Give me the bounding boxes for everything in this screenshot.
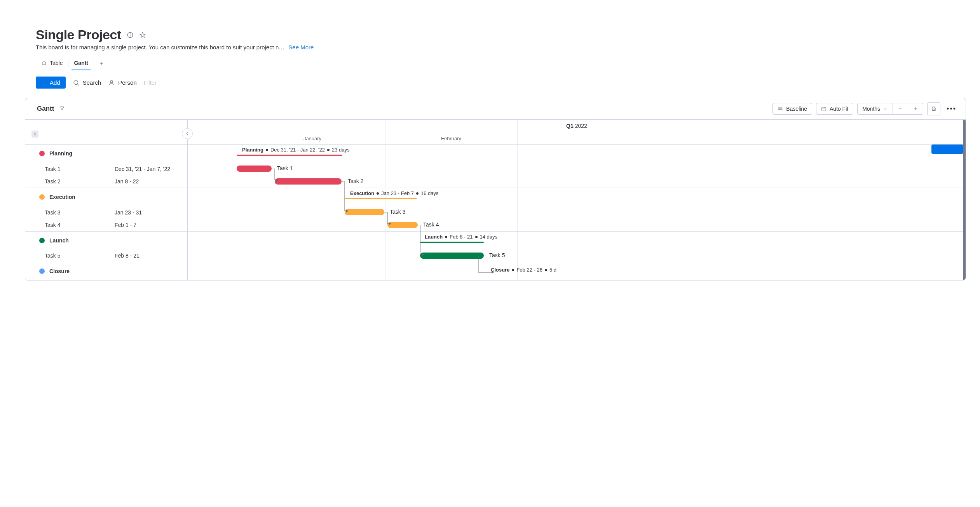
group-header-planning[interactable]: Planning xyxy=(25,145,187,162)
star-icon[interactable] xyxy=(139,31,146,38)
year-label: 2022 xyxy=(575,123,587,129)
plus-icon xyxy=(41,80,47,85)
tab-table[interactable]: Table xyxy=(36,57,68,70)
svg-marker-22 xyxy=(276,179,279,181)
phase-underline xyxy=(237,155,342,156)
month-label-jan: January xyxy=(240,132,385,145)
autofit-label: Auto Fit xyxy=(830,106,848,112)
minus-icon xyxy=(898,106,903,112)
tab-gantt-label: Gantt xyxy=(74,60,88,66)
svg-point-2 xyxy=(130,33,130,34)
group-color-dot xyxy=(39,151,45,156)
gantt-bar-task5[interactable] xyxy=(420,253,484,259)
save-icon xyxy=(931,106,936,112)
task-row[interactable]: Task 3 Jan 23 - 31 xyxy=(25,206,187,219)
group-header-launch[interactable]: Launch xyxy=(25,232,187,249)
tab-gantt[interactable]: Gantt xyxy=(68,57,94,70)
more-menu-button[interactable]: ••• xyxy=(944,105,959,113)
person-filter-button[interactable]: Person xyxy=(108,79,137,86)
svg-rect-11 xyxy=(778,108,783,108)
zoom-control: Months xyxy=(857,103,923,115)
task-dates-label: Feb 8 - 21 xyxy=(115,253,140,259)
group-name-label: Closure xyxy=(49,268,70,274)
svg-marker-25 xyxy=(422,253,425,256)
task-name-label: Task 1 xyxy=(45,166,115,172)
svg-point-10 xyxy=(110,80,113,83)
task-name-label: Task 4 xyxy=(45,222,115,228)
search-button[interactable]: Search xyxy=(73,79,101,86)
tab-table-label: Table xyxy=(50,60,63,66)
zoom-in-button[interactable] xyxy=(908,103,923,114)
person-icon xyxy=(108,79,115,86)
task-row[interactable]: Task 5 Feb 8 - 21 xyxy=(25,249,187,262)
timescale-label: Months xyxy=(862,106,880,112)
person-label: Person xyxy=(118,79,137,86)
add-view-button[interactable] xyxy=(94,58,109,70)
task-row[interactable]: Task 4 Feb 1 - 7 xyxy=(25,219,187,232)
phase-summary-launch: LaunchFeb 8 - 2114 days xyxy=(425,234,497,240)
export-button[interactable] xyxy=(927,102,940,115)
info-icon[interactable] xyxy=(127,31,134,38)
gantt-bar-task2[interactable] xyxy=(275,178,342,185)
vertical-scrollbar[interactable] xyxy=(963,120,966,280)
baseline-label: Baseline xyxy=(786,106,807,112)
calendar-icon xyxy=(821,106,827,112)
group-header-closure[interactable]: Closure xyxy=(25,262,187,280)
phase-underline xyxy=(420,242,484,243)
task-dates-label: Jan 23 - 31 xyxy=(115,209,142,216)
filter-label: Filter xyxy=(144,79,157,86)
phase-summary-planning: PlanningDec 31, '21 - Jan 22, '2223 days xyxy=(242,147,350,153)
gantt-bar-task3[interactable] xyxy=(345,209,384,215)
group-color-dot xyxy=(39,194,45,200)
task-dates-label: Dec 31, '21 - Jan 7, '22 xyxy=(115,166,170,172)
baseline-button[interactable]: Baseline xyxy=(772,103,812,115)
svg-rect-21 xyxy=(933,109,935,111)
task-name-label: Task 5 xyxy=(45,253,115,259)
home-icon xyxy=(41,60,47,66)
chevron-down-icon xyxy=(882,106,888,112)
board-title: Single Project xyxy=(36,27,121,42)
group-color-dot xyxy=(39,268,45,274)
dependency-arrow xyxy=(418,225,425,256)
task-dates-label: Jan 8 - 22 xyxy=(115,178,139,185)
search-icon xyxy=(73,79,80,86)
timeline-header: Q12022 January February xyxy=(188,120,966,145)
gantt-title: Gantt xyxy=(37,105,54,113)
group-name-label: Planning xyxy=(49,150,72,157)
collapse-icon xyxy=(33,132,37,136)
phase-summary-closure: ClosureFeb 22 - 265 d xyxy=(491,267,556,273)
svg-marker-24 xyxy=(389,223,391,225)
autofit-button[interactable]: Auto Fit xyxy=(816,103,853,115)
task-row[interactable]: Task 1 Dec 31, '21 - Jan 7, '22 xyxy=(25,162,187,175)
quarter-label: Q1 xyxy=(566,123,574,129)
filter-button[interactable]: Filter xyxy=(144,79,157,86)
search-label: Search xyxy=(83,79,101,86)
see-more-link[interactable]: See More xyxy=(288,44,314,51)
group-name-label: Launch xyxy=(49,237,69,244)
gantt-bar-task1[interactable] xyxy=(237,166,272,172)
svg-marker-3 xyxy=(140,32,145,37)
bar-label: Task 3 xyxy=(390,209,405,215)
task-name-label: Task 2 xyxy=(45,178,115,185)
funnel-filter-icon[interactable] xyxy=(59,106,65,112)
dependency-arrow xyxy=(478,256,494,274)
svg-marker-23 xyxy=(346,210,349,212)
group-header-execution[interactable]: Execution xyxy=(25,188,187,206)
collapse-panel-button[interactable] xyxy=(182,128,193,139)
svg-line-9 xyxy=(77,84,78,85)
task-dates-label: Feb 1 - 7 xyxy=(115,222,136,228)
collapse-all-button[interactable] xyxy=(31,131,38,138)
dependency-arrow xyxy=(384,212,392,225)
timescale-select[interactable]: Months xyxy=(858,103,893,114)
add-button-label: Add xyxy=(50,79,60,86)
svg-marker-26 xyxy=(492,271,494,274)
svg-point-8 xyxy=(74,80,78,85)
add-button[interactable]: Add xyxy=(36,77,66,89)
svg-rect-13 xyxy=(822,107,826,111)
timeline-panel[interactable]: Q12022 January February PlanningDec 31, … xyxy=(188,120,966,280)
group-name-label: Execution xyxy=(49,194,75,200)
zoom-out-button[interactable] xyxy=(893,103,908,114)
gantt-widget: Gantt Baseline Auto Fit xyxy=(25,98,966,281)
bar-label: Task 1 xyxy=(277,165,293,171)
task-row[interactable]: Task 2 Jan 8 - 22 xyxy=(25,175,187,188)
